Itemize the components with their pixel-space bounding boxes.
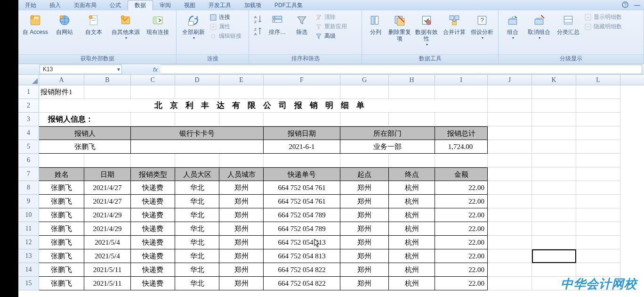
cell[interactable]: 快递费: [131, 263, 175, 277]
consolidate-button[interactable]: 合并计算: [442, 12, 467, 36]
cell[interactable]: [175, 85, 219, 99]
cell[interactable]: [488, 181, 532, 195]
cell[interactable]: 郑州: [219, 277, 264, 290]
cell[interactable]: [435, 113, 488, 126]
col-header-G[interactable]: G: [340, 75, 389, 85]
cell[interactable]: [488, 113, 532, 126]
cell[interactable]: 张鹏飞: [39, 236, 84, 249]
cell[interactable]: [532, 85, 576, 99]
tab-formulas[interactable]: 公式: [103, 0, 128, 10]
existing-conn-button[interactable]: 现有连接: [145, 12, 171, 36]
column-headers[interactable]: ABCDEFGHIJKL: [39, 75, 644, 85]
cell[interactable]: 664 752 054 789: [264, 222, 340, 236]
refresh-all-button[interactable]: 全部刷新▾: [180, 12, 207, 40]
tab-start[interactable]: 开始: [18, 0, 43, 10]
row-header-14[interactable]: 14: [18, 263, 39, 277]
data-validation-button[interactable]: 数据有效性▾: [414, 12, 439, 47]
cell[interactable]: [488, 154, 532, 167]
cell[interactable]: 快递费: [131, 249, 175, 263]
cell[interactable]: [131, 154, 175, 167]
cell[interactable]: [532, 167, 576, 181]
cell[interactable]: 华北: [175, 236, 219, 249]
cell[interactable]: 杭州: [389, 181, 435, 195]
cell[interactable]: [488, 195, 532, 208]
advanced-filter-button[interactable]: 高级: [315, 32, 347, 40]
cell[interactable]: [532, 99, 576, 113]
cell[interactable]: [389, 85, 435, 99]
cell[interactable]: 2021/4/27: [84, 195, 131, 208]
col-header-J[interactable]: J: [488, 75, 532, 85]
cell[interactable]: 杭州: [389, 236, 435, 249]
cell[interactable]: 杭州: [389, 249, 435, 263]
cell[interactable]: [84, 154, 131, 167]
cell[interactable]: 郑州: [219, 236, 264, 249]
row-header-10[interactable]: 10: [18, 208, 39, 222]
group-button[interactable]: 组合▾: [502, 12, 523, 40]
cell[interactable]: 2021/4/29: [84, 208, 131, 222]
row-header-6[interactable]: 6: [18, 154, 39, 167]
cell[interactable]: 郑州: [340, 181, 389, 195]
tab-review[interactable]: 审阅: [153, 0, 177, 10]
cell[interactable]: 华北: [175, 277, 219, 290]
row-header-2[interactable]: 2: [18, 99, 39, 113]
row-header-9[interactable]: 9: [18, 195, 39, 208]
formula-input[interactable]: [161, 65, 642, 74]
cell[interactable]: 张鹏飞: [39, 263, 84, 277]
cell[interactable]: [532, 195, 576, 208]
col-header-E[interactable]: E: [219, 75, 264, 85]
properties-button[interactable]: 属性: [209, 23, 242, 31]
cell[interactable]: [532, 140, 576, 154]
tab-insert[interactable]: 插入: [43, 0, 67, 10]
row-header-4[interactable]: 4: [18, 126, 39, 140]
from-other-button[interactable]: 自其他来源▾: [110, 12, 142, 40]
cell[interactable]: 22.00: [435, 208, 488, 222]
cell[interactable]: [131, 85, 175, 99]
cell[interactable]: 报销总计: [435, 126, 488, 140]
cell[interactable]: [576, 236, 620, 249]
cell[interactable]: 人员大区: [175, 167, 219, 181]
chevron-down-icon[interactable]: ▾: [117, 66, 120, 73]
cell[interactable]: 2021/5/4: [84, 236, 131, 249]
cell[interactable]: 郑州: [340, 263, 389, 277]
cell[interactable]: 2021-6-1: [264, 140, 340, 154]
cell[interactable]: 华北: [175, 222, 219, 236]
cell[interactable]: [435, 154, 488, 167]
cell[interactable]: 22.00: [435, 277, 488, 290]
cell[interactable]: 杭州: [389, 222, 435, 236]
cell[interactable]: [488, 236, 532, 249]
text-to-columns-button[interactable]: 分列: [366, 12, 386, 36]
cell[interactable]: 华北: [175, 208, 219, 222]
cell[interactable]: [389, 113, 435, 126]
cell[interactable]: 快递费: [131, 222, 175, 236]
cell[interactable]: [488, 126, 532, 140]
cell[interactable]: 杭州: [389, 263, 435, 277]
cell[interactable]: 2021/5/4: [84, 249, 131, 263]
cell[interactable]: 日期: [84, 167, 131, 181]
row-header-5[interactable]: 5: [18, 140, 39, 154]
cell[interactable]: 北京利丰达有限公司报销明细单: [39, 99, 488, 113]
cell[interactable]: [488, 140, 532, 154]
col-header-C[interactable]: C: [131, 75, 175, 85]
cell[interactable]: 终点: [389, 167, 435, 181]
cell[interactable]: 22.00: [435, 181, 488, 195]
cell[interactable]: 报销类型: [131, 167, 175, 181]
cell[interactable]: [219, 85, 264, 99]
cell[interactable]: 664 752 054 822: [264, 263, 340, 277]
cell[interactable]: 张鹏飞: [39, 208, 84, 222]
cell[interactable]: [576, 154, 620, 167]
cell[interactable]: [488, 277, 532, 290]
col-header-B[interactable]: B: [84, 75, 131, 85]
cell[interactable]: 华北: [175, 181, 219, 195]
cell[interactable]: 郑州: [219, 181, 264, 195]
row-header-13[interactable]: 13: [18, 249, 39, 263]
cell[interactable]: 22.00: [435, 222, 488, 236]
cell[interactable]: 报销附件1: [39, 85, 84, 99]
cell[interactable]: [532, 236, 576, 249]
cell[interactable]: 郑州: [340, 208, 389, 222]
cell[interactable]: [340, 154, 389, 167]
help-icon[interactable]: ?: [622, 1, 628, 9]
cell[interactable]: [435, 85, 488, 99]
cell[interactable]: 郑州: [219, 195, 264, 208]
cell[interactable]: 报销日期: [264, 126, 340, 140]
from-access-button[interactable]: 自 Access: [22, 12, 48, 36]
